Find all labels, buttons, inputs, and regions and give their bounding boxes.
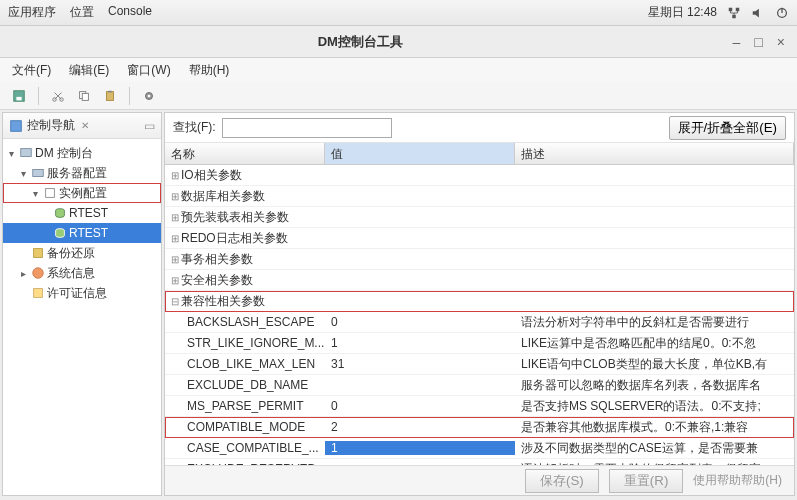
toolbar-save-icon[interactable] (8, 85, 30, 107)
nav-close-icon[interactable]: ✕ (81, 120, 89, 131)
db-icon (53, 206, 67, 220)
tree-rtest-2[interactable]: RTEST (3, 223, 161, 243)
expand-collapse-button[interactable]: 展开/折叠全部(E) (669, 116, 786, 140)
cat-preload[interactable]: ⊞预先装载表相关参数 (165, 207, 794, 228)
svg-rect-16 (21, 149, 32, 157)
save-button[interactable]: 保存(S) (525, 469, 599, 493)
param-desc: 语法分析对字符串中的反斜杠是否需要进行 (515, 314, 794, 331)
svg-point-22 (33, 268, 44, 279)
toolbar-gear-icon[interactable] (138, 85, 160, 107)
maximize-button[interactable]: □ (754, 34, 762, 50)
close-button[interactable]: × (777, 34, 785, 50)
param-name: BACKSLASH_ESCAPE (165, 315, 325, 329)
content-panel: 查找(F): 展开/折叠全部(E) 名称 值 描述 ⊞IO相关参数 ⊞数据库相关… (164, 112, 795, 496)
svg-rect-15 (11, 120, 22, 131)
network-icon[interactable] (727, 6, 741, 20)
menu-help[interactable]: 帮助(H) (189, 62, 230, 79)
toolbar-separator (129, 87, 130, 105)
volume-icon[interactable] (751, 6, 765, 20)
tree-server-config[interactable]: ▾ 服务器配置 (3, 163, 161, 183)
cat-compat[interactable]: ⊟兼容性相关参数 (165, 291, 794, 312)
grid-body[interactable]: ⊞IO相关参数 ⊞数据库相关参数 ⊞预先装载表相关参数 ⊞REDO日志相关参数 … (165, 165, 794, 465)
tree-license[interactable]: 许可证信息 (3, 283, 161, 303)
console-icon (19, 146, 33, 160)
nav-min-icon[interactable]: ▭ (144, 119, 155, 133)
col-name[interactable]: 名称 (165, 143, 325, 164)
param-row[interactable]: CASE_COMPATIBLE_...1涉及不同数据类型的CASE运算，是否需要… (165, 438, 794, 459)
toolbar-separator (38, 87, 39, 105)
backup-icon (31, 246, 45, 260)
reset-button[interactable]: 重置(R) (609, 469, 684, 493)
param-name: STR_LIKE_IGNORE_M... (165, 336, 325, 350)
system-menu-bar: 应用程序 位置 Console 星期日 12:48 (0, 0, 797, 26)
nav-tree: ▾ DM 控制台 ▾ 服务器配置 ▾ 实例配置 RTEST RTEST 备份还 (3, 139, 161, 307)
cat-redo[interactable]: ⊞REDO日志相关参数 (165, 228, 794, 249)
cat-sec[interactable]: ⊞安全相关参数 (165, 270, 794, 291)
bottom-bar: 保存(S) 重置(R) 使用帮助帮助(H) (165, 465, 794, 495)
window-title-bar: DM控制台工具 – □ × (0, 26, 797, 58)
help-link[interactable]: 使用帮助帮助(H) (693, 472, 782, 489)
param-row[interactable]: MS_PARSE_PERMIT0是否支持MS SQLSERVER的语法。0:不支… (165, 396, 794, 417)
search-input[interactable] (222, 118, 392, 138)
tree-rtest-1[interactable]: RTEST (3, 203, 161, 223)
minimize-button[interactable]: – (733, 34, 741, 50)
config-icon (43, 186, 57, 200)
svg-point-14 (148, 94, 151, 97)
window-title: DM控制台工具 (0, 33, 721, 51)
toolbar-copy-icon[interactable] (73, 85, 95, 107)
toolbar-cut-icon[interactable] (47, 85, 69, 107)
param-row[interactable]: STR_LIKE_IGNORE_M...1LIKE运算中是否忽略匹配串的结尾0。… (165, 333, 794, 354)
nav-title: 控制导航 (27, 117, 75, 134)
param-value[interactable]: 0 (325, 315, 515, 329)
param-row[interactable]: BACKSLASH_ESCAPE0语法分析对字符串中的反斜杠是否需要进行 (165, 312, 794, 333)
param-name: CASE_COMPATIBLE_... (165, 441, 325, 455)
toolbar (0, 82, 797, 110)
toolbar-paste-icon[interactable] (99, 85, 121, 107)
col-value[interactable]: 值 (325, 143, 515, 164)
svg-rect-17 (33, 170, 44, 177)
svg-rect-23 (34, 289, 43, 298)
menu-bar: 文件(F) 编辑(E) 窗口(W) 帮助(H) (0, 58, 797, 82)
param-desc: LIKE运算中是否忽略匹配串的结尾0。0:不忽 (515, 335, 794, 352)
cat-io[interactable]: ⊞IO相关参数 (165, 165, 794, 186)
param-value[interactable]: 0 (325, 399, 515, 413)
param-row[interactable]: COMPATIBLE_MODE2是否兼容其他数据库模式。0:不兼容,1:兼容 (165, 417, 794, 438)
tree-sysinfo[interactable]: ▸ 系统信息 (3, 263, 161, 283)
param-value[interactable]: 2 (325, 420, 515, 434)
param-row[interactable]: CLOB_LIKE_MAX_LEN31LIKE语句中CLOB类型的最大长度，单位… (165, 354, 794, 375)
cat-db[interactable]: ⊞数据库相关参数 (165, 186, 794, 207)
param-grid: 名称 值 描述 ⊞IO相关参数 ⊞数据库相关参数 ⊞预先装载表相关参数 ⊞RED… (165, 143, 794, 465)
param-desc: 是否兼容其他数据库模式。0:不兼容,1:兼容 (515, 419, 794, 436)
menu-file[interactable]: 文件(F) (12, 62, 51, 79)
tree-backup[interactable]: 备份还原 (3, 243, 161, 263)
param-desc: 服务器可以忽略的数据库名列表，各数据库名 (515, 377, 794, 394)
info-icon (31, 266, 45, 280)
nav-panel: 控制导航 ✕ ▭ ▾ DM 控制台 ▾ 服务器配置 ▾ 实例配置 RTEST (2, 112, 162, 496)
svg-rect-6 (16, 96, 21, 100)
server-icon (31, 166, 45, 180)
menu-window[interactable]: 窗口(W) (127, 62, 170, 79)
param-value[interactable]: 31 (325, 357, 515, 371)
nav-icon (9, 119, 23, 133)
param-desc: 涉及不同数据类型的CASE运算，是否需要兼 (515, 440, 794, 457)
tree-root[interactable]: ▾ DM 控制台 (3, 143, 161, 163)
sys-location[interactable]: 位置 (70, 4, 94, 21)
col-desc[interactable]: 描述 (515, 143, 794, 164)
cat-tx[interactable]: ⊞事务相关参数 (165, 249, 794, 270)
grid-header: 名称 值 描述 (165, 143, 794, 165)
tree-instance-config[interactable]: ▾ 实例配置 (3, 183, 161, 203)
param-name: MS_PARSE_PERMIT (165, 399, 325, 413)
search-row: 查找(F): 展开/折叠全部(E) (165, 113, 794, 143)
param-value[interactable]: 1 (325, 336, 515, 350)
svg-rect-2 (732, 14, 736, 18)
param-row[interactable]: EXCLUDE_DB_NAME服务器可以忽略的数据库名列表，各数据库名 (165, 375, 794, 396)
power-icon[interactable] (775, 6, 789, 20)
sys-console[interactable]: Console (108, 4, 152, 21)
param-name: COMPATIBLE_MODE (165, 420, 325, 434)
param-desc: 是否支持MS SQLSERVER的语法。0:不支持; (515, 398, 794, 415)
svg-rect-12 (108, 90, 112, 92)
param-value[interactable]: 1 (325, 441, 515, 455)
license-icon (31, 286, 45, 300)
sys-applications[interactable]: 应用程序 (8, 4, 56, 21)
menu-edit[interactable]: 编辑(E) (69, 62, 109, 79)
